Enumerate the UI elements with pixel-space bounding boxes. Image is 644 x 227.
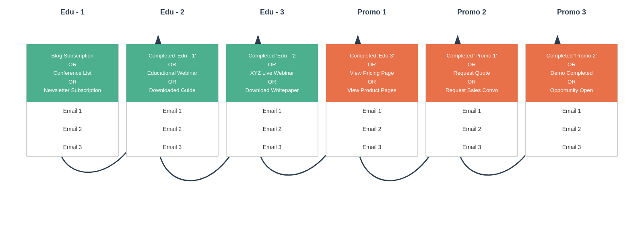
column-edu3-header: Completed 'Edu - '2ORXYZ Live WebinarORD… xyxy=(226,44,318,102)
col-title-edu2: Edu - 2 xyxy=(126,8,219,16)
titles-row: Edu - 1 Edu - 2 Edu - 3 Promo 1 Promo 2 … xyxy=(12,8,632,16)
column-promo1-email3: Email 3 xyxy=(326,138,418,156)
column-edu1: Blog SubscriptionORConference ListORNews… xyxy=(26,44,119,157)
column-edu3-email1: Email 1 xyxy=(226,102,318,120)
column-edu1-box: Blog SubscriptionORConference ListORNews… xyxy=(26,44,119,157)
diagram-container: Edu - 1 Edu - 2 Edu - 3 Promo 1 Promo 2 … xyxy=(0,0,644,227)
col-title-edu1: Edu - 1 xyxy=(26,8,119,16)
column-promo2-email1: Email 1 xyxy=(426,102,518,120)
col-title-edu3: Edu - 3 xyxy=(226,8,318,16)
column-edu1-email3: Email 3 xyxy=(27,138,118,156)
column-edu3-box: Completed 'Edu - '2ORXYZ Live WebinarORD… xyxy=(226,44,318,157)
column-edu1-email1: Email 1 xyxy=(27,102,118,120)
col-title-promo3: Promo 3 xyxy=(525,8,618,16)
column-promo2-email3: Email 3 xyxy=(426,138,518,156)
column-edu2-header: Completed 'Edu - 1'OREducational Webinar… xyxy=(126,44,218,102)
column-edu3-email2: Email 2 xyxy=(226,120,318,138)
column-promo2-header: Completed 'Promo 1'ORRequest QuoteORRequ… xyxy=(426,44,518,102)
column-edu2-box: Completed 'Edu - 1'OREducational Webinar… xyxy=(126,44,219,157)
column-promo2-box: Completed 'Promo 1'ORRequest QuoteORRequ… xyxy=(425,44,518,157)
column-edu1-email2: Email 2 xyxy=(27,120,118,138)
column-promo3: Completed 'Promo 2'ORDemo CompletedOROpp… xyxy=(525,44,618,157)
column-promo2: Completed 'Promo 1'ORRequest QuoteORRequ… xyxy=(425,44,518,157)
column-promo1: Completed 'Edu 3'ORView Pricing PageORVi… xyxy=(326,44,418,157)
column-promo3-box: Completed 'Promo 2'ORDemo CompletedOROpp… xyxy=(525,44,618,157)
column-edu3: Completed 'Edu - '2ORXYZ Live WebinarORD… xyxy=(226,44,318,157)
column-promo3-header: Completed 'Promo 2'ORDemo CompletedOROpp… xyxy=(526,44,617,102)
col-title-promo1: Promo 1 xyxy=(326,8,418,16)
column-edu2-email3: Email 3 xyxy=(126,138,218,156)
column-edu2: Completed 'Edu - 1'OREducational Webinar… xyxy=(126,44,219,157)
columns-row: Blog SubscriptionORConference ListORNews… xyxy=(12,20,632,157)
column-edu1-header: Blog SubscriptionORConference ListORNews… xyxy=(27,44,118,102)
column-promo1-header: Completed 'Edu 3'ORView Pricing PageORVi… xyxy=(326,44,418,102)
column-promo3-email2: Email 2 xyxy=(526,120,617,138)
column-edu2-email1: Email 1 xyxy=(126,102,218,120)
column-promo1-email1: Email 1 xyxy=(326,102,418,120)
column-edu2-email2: Email 2 xyxy=(126,120,218,138)
column-promo3-email3: Email 3 xyxy=(526,138,617,156)
column-promo1-box: Completed 'Edu 3'ORView Pricing PageORVi… xyxy=(326,44,418,157)
column-promo3-email1: Email 1 xyxy=(526,102,617,120)
column-promo2-email2: Email 2 xyxy=(426,120,518,138)
col-title-promo2: Promo 2 xyxy=(425,8,518,16)
column-edu3-email3: Email 3 xyxy=(226,138,318,156)
column-promo1-email2: Email 2 xyxy=(326,120,418,138)
